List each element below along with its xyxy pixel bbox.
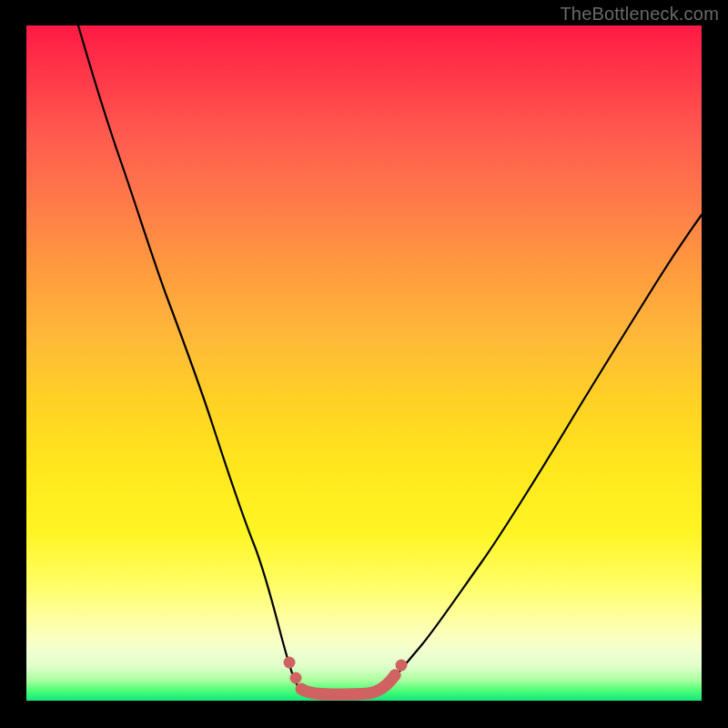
curve-right-arm [392, 215, 702, 681]
curve-left-arm [78, 25, 295, 681]
outer-frame: TheBottleneck.com [0, 0, 728, 728]
watermark-text: TheBottleneck.com [560, 4, 719, 25]
marker-dot [284, 657, 296, 669]
marker-dot [389, 670, 401, 682]
marker-dot [396, 660, 408, 672]
marker-dot [290, 672, 302, 684]
valley-marker-stroke [301, 675, 395, 694]
plot-area [26, 25, 702, 701]
curve-svg [26, 25, 702, 701]
